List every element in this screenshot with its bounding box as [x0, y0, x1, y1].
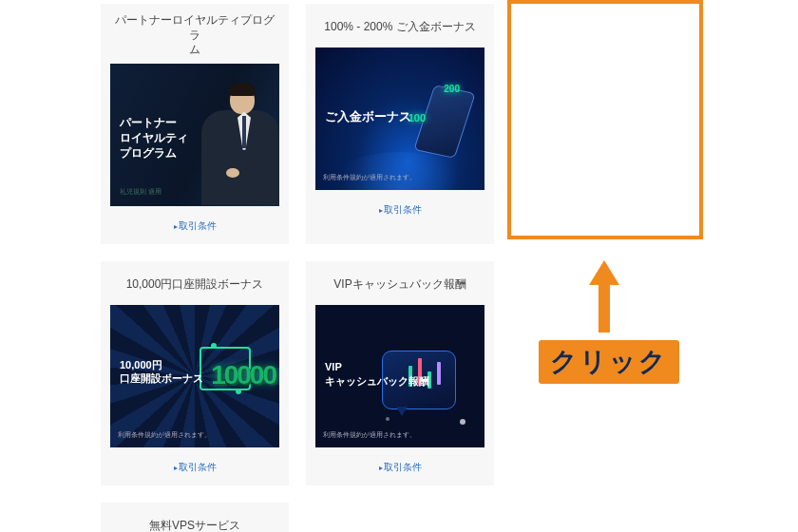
- terms-link[interactable]: 取引条件: [174, 219, 217, 233]
- card-title: VIPキャッシュバック報酬: [333, 271, 466, 299]
- card-image: VIPキャッシュバック報酬 利用条件規約が適用されます。: [315, 305, 484, 447]
- image-footnote: 利用条件規約が適用されます。: [323, 430, 416, 440]
- promo-card-partner-loyalty[interactable]: パートナーロイヤルティプログラム パートナーロイヤルティプログラム 礼児規則 適…: [101, 4, 289, 244]
- promo-card-vip-cashback[interactable]: VIPキャッシュバック報酬 VIPキャッシュバック報酬 利用条件規約が適用されま…: [306, 261, 494, 485]
- image-heading: パートナーロイヤルティプログラム: [120, 115, 188, 162]
- card-image: 10,000円口座開設ボーナス 10000 利用条件規約が適用されます。: [110, 305, 279, 447]
- promo-grid: パートナーロイヤルティプログラム パートナーロイヤルティプログラム 礼児規則 適…: [0, 0, 798, 532]
- card-title: 100% - 200% ご入金ボーナス: [324, 13, 475, 42]
- image-subtext: 礼児規則 適用: [120, 187, 162, 197]
- image-footnote: 利用条件規約が適用されます。: [323, 173, 416, 182]
- annotation-click-label: クリック: [539, 340, 679, 384]
- promo-card-account-bonus[interactable]: 10,000円口座開設ボーナス 10,000円口座開設ボーナス 10000 利用…: [101, 261, 289, 485]
- promo-card-deposit-bonus[interactable]: 100% - 200% ご入金ボーナス 200 100 ご入金ボーナス 利用条件…: [306, 4, 494, 244]
- bonus-number-200: 200: [444, 84, 460, 94]
- terms-link[interactable]: 取引条件: [174, 461, 217, 474]
- image-footnote: 利用条件規約が適用されます。: [118, 430, 211, 440]
- annotation-arrow-icon: [589, 260, 619, 332]
- terms-link[interactable]: 取引条件: [379, 461, 422, 474]
- promo-card-free-vps[interactable]: 無料VPSサービス 無料VPSサービス 利用条件規約が適用されます。 取引条件: [101, 503, 289, 532]
- card-title: 無料VPSサービス: [149, 512, 240, 532]
- image-heading: VIPキャッシュバック報酬: [325, 360, 429, 389]
- image-heading: 10,000円口座開設ボーナス: [120, 358, 203, 386]
- image-heading: ご入金ボーナス: [325, 108, 411, 125]
- card-title: 10,000円口座開設ボーナス: [126, 271, 264, 299]
- businessman-figure: [195, 78, 279, 206]
- big-number: 10000: [211, 360, 276, 390]
- card-image: 200 100 ご入金ボーナス 利用条件規約が適用されます。: [315, 48, 484, 190]
- card-title: パートナーロイヤルティプログラム: [110, 13, 279, 58]
- terms-link[interactable]: 取引条件: [379, 203, 422, 217]
- card-image: パートナーロイヤルティプログラム 礼児規則 適用: [110, 64, 279, 206]
